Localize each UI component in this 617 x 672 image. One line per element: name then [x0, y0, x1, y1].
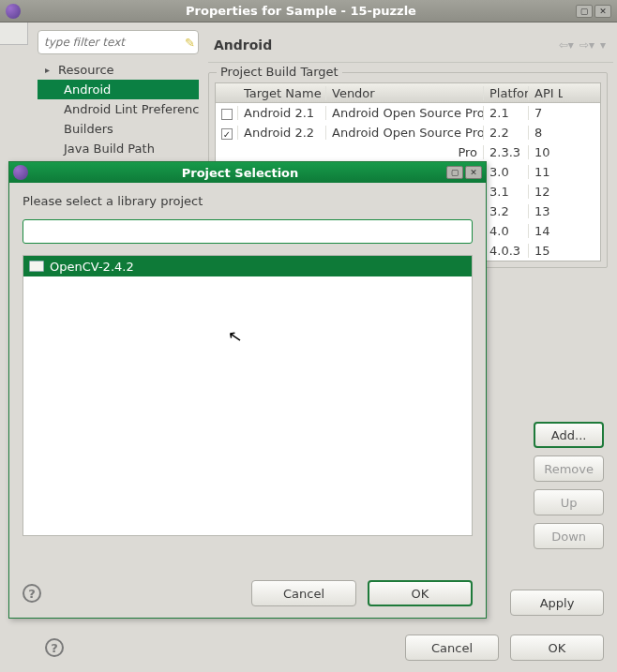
project-list[interactable]: OpenCV-2.4.2 [23, 255, 473, 536]
nav-menu-icon[interactable]: ▾ [600, 38, 606, 52]
tree-item-android-lint[interactable]: Android Lint Preferences [38, 99, 199, 119]
behind-window-fragment [0, 22, 28, 45]
filter-input[interactable] [44, 36, 185, 49]
table-header: Target Name Vendor Platfor API L [216, 83, 600, 103]
properties-cancel-button[interactable]: Cancel [405, 635, 499, 661]
table-row[interactable]: Pro2.3.310 [216, 142, 600, 162]
col-vendor[interactable]: Vendor [326, 86, 484, 100]
window-maximize-icon[interactable]: ▢ [446, 166, 463, 179]
help-icon[interactable]: ? [45, 638, 64, 657]
help-icon[interactable]: ? [23, 584, 41, 603]
property-tree: ▸Resource Android Android Lint Preferenc… [38, 60, 199, 158]
tree-item-resource[interactable]: ▸Resource [38, 60, 199, 80]
clear-filter-icon[interactable]: ✎ [185, 36, 195, 49]
eclipse-icon [6, 4, 21, 19]
up-button[interactable]: Up [534, 489, 604, 515]
project-selection-cancel-button[interactable]: Cancel [251, 580, 356, 606]
window-close-icon[interactable]: ✕ [594, 5, 611, 18]
page-title: Android [208, 37, 559, 52]
group-label: Project Build Target [217, 65, 342, 79]
nav-back-icon[interactable]: ⇦▾ [559, 38, 574, 52]
remove-button[interactable]: Remove [534, 455, 604, 482]
table-row[interactable]: Android 2.2 Android Open Source Project … [216, 123, 600, 142]
filter-text-field[interactable]: ✎ [38, 30, 199, 54]
project-icon [29, 261, 44, 272]
project-selection-ok-button[interactable]: OK [368, 580, 473, 606]
properties-title: Properties for Sample - 15-puzzle [26, 4, 576, 18]
list-item-label: OpenCV-2.4.2 [50, 260, 134, 274]
chevron-right-icon: ▸ [45, 65, 54, 75]
col-target-name[interactable]: Target Name [238, 86, 326, 100]
col-platform[interactable]: Platfor [484, 86, 529, 100]
project-filter-input[interactable] [23, 219, 473, 244]
list-item[interactable]: OpenCV-2.4.2 [23, 256, 472, 276]
apply-button[interactable]: Apply [510, 590, 604, 616]
checkbox[interactable] [221, 128, 233, 140]
down-button[interactable]: Down [534, 523, 604, 549]
nav-forward-icon[interactable]: ⇨▾ [579, 38, 594, 52]
project-selection-prompt: Please select a library project [23, 194, 473, 208]
project-selection-title: Project Selection [34, 166, 446, 180]
tree-item-java-build-path[interactable]: Java Build Path [38, 139, 199, 158]
tree-item-android[interactable]: Android [38, 80, 199, 99]
add-button[interactable]: Add... [534, 422, 604, 448]
eclipse-icon [13, 165, 28, 180]
table-row[interactable]: Android 2.1 Android Open Source Project … [216, 103, 600, 123]
project-selection-titlebar[interactable]: Project Selection ▢ ✕ [9, 162, 486, 183]
project-selection-dialog: Project Selection ▢ ✕ Please select a li… [8, 161, 487, 619]
tree-item-builders[interactable]: Builders [38, 119, 199, 139]
window-close-icon[interactable]: ✕ [465, 166, 482, 179]
col-api[interactable]: API L [529, 86, 563, 100]
properties-ok-button[interactable]: OK [510, 635, 604, 661]
window-maximize-icon[interactable]: ▢ [576, 5, 593, 18]
properties-titlebar[interactable]: Properties for Sample - 15-puzzle ▢ ✕ [0, 0, 617, 22]
checkbox[interactable] [221, 109, 233, 120]
